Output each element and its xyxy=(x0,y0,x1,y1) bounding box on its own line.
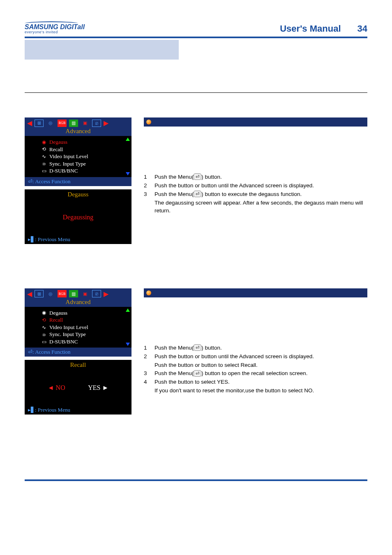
step-number: 3 xyxy=(144,370,150,378)
connector-icon: ▭ xyxy=(41,339,47,345)
video-level-icon: ∿ xyxy=(41,153,47,160)
nav-band xyxy=(25,40,367,60)
step-text: Push the Menu(⏎) button. xyxy=(154,344,367,352)
step-number: 2 xyxy=(144,353,150,361)
osd-menu-title: Advanced xyxy=(25,299,131,307)
osd-sub-panel-recall: Recall ◄ NO YES ► ▸▋: Previous Menu xyxy=(25,360,131,415)
osd-footer-access: ⏎: Access Function xyxy=(25,177,131,186)
rgb-icon: RGB xyxy=(58,120,67,127)
target-icon: ◎ xyxy=(46,120,55,127)
enter-icon: ⏎ xyxy=(28,349,32,355)
osd-item-recall: ⟲Recall xyxy=(41,146,128,153)
pip-icon: ⎚ xyxy=(92,120,101,127)
recall-no-option: ◄ NO xyxy=(48,384,65,391)
section-recall: ◀ ⊞ ◎ RGB ▥ ▣ ⎚ ▶ Advanced ◉Degauss ⟲Rec… xyxy=(25,288,367,418)
left-arrow-icon: ◀ xyxy=(27,290,32,298)
rgb-icon: RGB xyxy=(58,290,67,297)
target-icon: ◎ xyxy=(46,290,55,297)
page-title: User's Manual xyxy=(280,23,341,34)
menu-key-icon: ⏎ xyxy=(194,191,201,197)
left-arrow-icon: ◀ xyxy=(27,119,32,127)
position-icon: ⊞ xyxy=(35,290,44,297)
footer-rule xyxy=(25,479,367,481)
step-text: Push the button or button to select Reca… xyxy=(154,362,367,369)
osd-menu-title: Advanced xyxy=(25,128,131,136)
degauss-icon: ◉ xyxy=(41,309,47,316)
step-number: 2 xyxy=(144,182,150,190)
section-degauss: ◀ ⊞ ◎ RGB ▥ ▣ ⎚ ▶ Advanced ◉Degauss ⟲Rec… xyxy=(25,117,367,247)
osd-item-list: ◉Degauss ⟲Recall ∿Video Input Level ⎄Syn… xyxy=(25,307,131,348)
header-rule xyxy=(25,37,367,38)
menu-key-icon: ⏎ xyxy=(194,173,201,180)
osd-sub-footer: ▸▋: Previous Menu xyxy=(25,405,131,415)
step-number xyxy=(144,387,150,395)
osd-item-degauss: ◉Degauss xyxy=(41,138,128,146)
degauss-icon: ◉ xyxy=(41,139,47,145)
step-number: 1 xyxy=(144,173,150,181)
right-arrow-icon: ▶ xyxy=(104,290,108,298)
sync-icon: ⎄ xyxy=(41,331,47,338)
right-arrow-icon: ▶ xyxy=(104,119,108,127)
step-text: Push the Menu(⏎) button. xyxy=(154,173,367,181)
enter-icon: ⏎ xyxy=(28,178,32,184)
osd-item-sync-input: ⎄Sync. Input Type xyxy=(41,331,128,338)
advanced-icon: ▣ xyxy=(81,120,90,127)
brand-main: SAMSUNG DIGIT xyxy=(25,23,77,30)
step-number: 1 xyxy=(144,344,150,352)
osd-item-video-input: ∿Video Input Level xyxy=(41,324,128,331)
step-number: 3 xyxy=(144,191,150,198)
bars-icon: ▥ xyxy=(69,290,78,297)
description-title-bar xyxy=(144,288,367,297)
osd-item-video-input: ∿Video Input Level xyxy=(41,153,128,160)
recall-icon: ⟲ xyxy=(41,146,47,152)
position-icon: ⊞ xyxy=(35,120,44,127)
step-text: The degaussing screen will appear. After… xyxy=(154,199,367,215)
osd-sub-title: Degauss xyxy=(25,189,131,200)
exit-icon: ▸▋ xyxy=(28,236,35,242)
step-text: If you don't want to reset the monitor,u… xyxy=(154,387,367,395)
step-text: Push the Menu(⏎) button to execute the d… xyxy=(154,191,367,198)
exit-icon: ▸▋ xyxy=(28,407,35,413)
description-intro xyxy=(144,136,367,173)
sync-icon: ⎄ xyxy=(41,160,47,167)
osd-icon-bar: ◀ ⊞ ◎ RGB ▥ ▣ ⎚ ▶ xyxy=(25,288,131,299)
step-text: Push the Menu(⏎) button to open the reca… xyxy=(154,370,367,378)
osd-sub-panel-degauss: Degauss Degaussing ▸▋: Previous Menu xyxy=(25,189,131,244)
menu-key-icon: ⏎ xyxy=(194,370,201,377)
osd-sub-footer: ▸▋: Previous Menu xyxy=(25,235,131,244)
page-number: 34 xyxy=(357,23,367,34)
osd-item-sync-input: ⎄Sync. Input Type xyxy=(41,160,128,168)
video-level-icon: ∿ xyxy=(41,324,47,331)
step-text: Push the button or button until the Adva… xyxy=(154,353,367,361)
osd-icon-bar: ◀ ⊞ ◎ RGB ▥ ▣ ⎚ ▶ xyxy=(25,117,131,128)
osd-item-dsub-bnc: ▭D-SUB/BNC xyxy=(41,167,128,175)
recall-yes-option: YES ► xyxy=(88,384,108,391)
bars-icon: ▥ xyxy=(69,120,78,127)
osd-main-panel: ◀ ⊞ ◎ RGB ▥ ▣ ⎚ ▶ Advanced ◉Degauss ⟲Rec… xyxy=(25,117,131,186)
page-header: SAMSUNG DIGITall everyone's invited User… xyxy=(25,21,367,34)
bullet-icon xyxy=(146,290,151,295)
recall-icon: ⟲ xyxy=(41,317,47,323)
step-text: Push the button to select YES. xyxy=(154,378,367,386)
brand-tagline: everyone's invited xyxy=(25,30,85,34)
description-intro xyxy=(144,306,367,344)
osd-footer-access: ⏎: Access Function xyxy=(25,348,131,357)
bullet-icon xyxy=(146,120,151,124)
connector-icon: ▭ xyxy=(41,168,47,174)
description-title-bar xyxy=(144,117,367,127)
osd-sub-body: Degaussing xyxy=(25,200,131,235)
brand-logo: SAMSUNG DIGITall everyone's invited xyxy=(25,21,85,34)
brand-suffix: all xyxy=(77,23,85,30)
pip-icon: ⎚ xyxy=(92,290,101,297)
steps-list-recall: 1 Push the Menu(⏎) button. 2 Push the bu… xyxy=(144,344,367,395)
menu-key-icon: ⏎ xyxy=(194,344,201,351)
step-text: Push the button or button until the Adva… xyxy=(154,182,367,190)
step-number xyxy=(144,362,150,369)
osd-item-dsub-bnc: ▭D-SUB/BNC xyxy=(41,338,128,345)
osd-item-recall: ⟲Recall xyxy=(41,316,128,324)
section-divider xyxy=(25,92,367,93)
osd-sub-body: ◄ NO YES ► xyxy=(25,370,131,405)
steps-list-degauss: 1 Push the Menu(⏎) button. 2 Push the bu… xyxy=(144,173,367,214)
advanced-icon: ▣ xyxy=(81,290,90,297)
osd-item-list: ◉Degauss ⟲Recall ∿Video Input Level ⎄Syn… xyxy=(25,136,131,177)
